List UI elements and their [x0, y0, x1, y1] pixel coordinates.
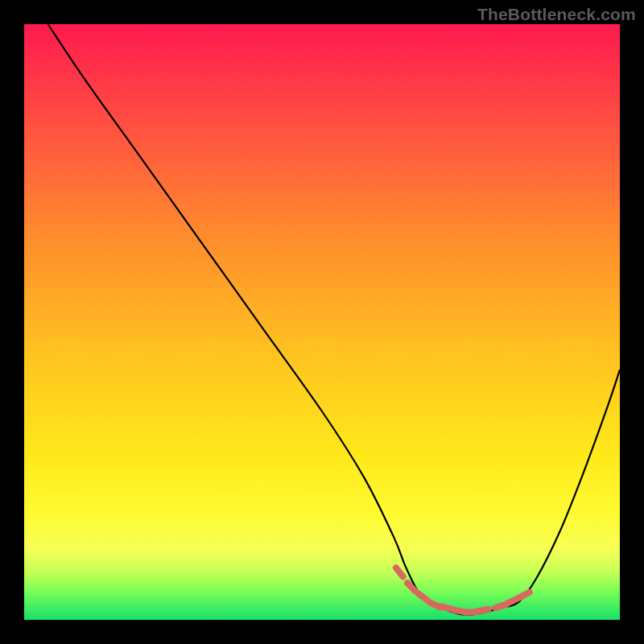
marker-tick [495, 605, 506, 608]
marker-tick [396, 568, 403, 576]
chart-container: TheBottleneck.com [0, 0, 644, 644]
watermark-text: TheBottleneck.com [477, 5, 636, 24]
marker-tick [419, 594, 427, 601]
plot-area [24, 24, 620, 620]
bottleneck-curve [48, 24, 620, 615]
marker-tick [519, 592, 530, 597]
curve-layer [24, 24, 620, 620]
marker-tick [477, 609, 489, 612]
marker-tick [507, 598, 518, 603]
